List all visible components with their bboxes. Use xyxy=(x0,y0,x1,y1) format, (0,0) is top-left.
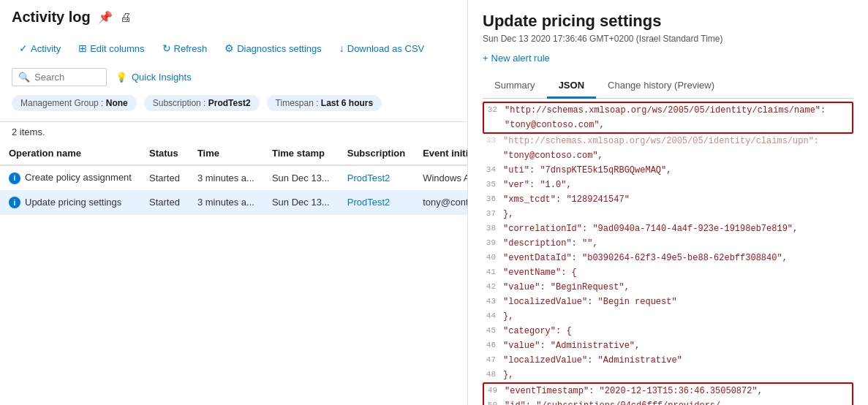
toolbar: ✓ Activity ⊞ Edit columns ↻ Refresh ⚙ Di… xyxy=(12,34,456,62)
table-header-row: Operation name Status Time Time stamp Su… xyxy=(0,142,467,165)
cell-timestamp: Sun Dec 13... xyxy=(263,165,339,190)
col-header-status: Status xyxy=(140,142,189,165)
pin-icon[interactable]: 📌 xyxy=(98,10,113,24)
col-header-time: Time xyxy=(189,142,263,165)
filter-pill-timespan[interactable]: Timespan : Last 6 hours xyxy=(267,95,382,111)
json-line: 44 }, xyxy=(483,309,853,324)
tab-change-history[interactable]: Change history (Preview) xyxy=(596,74,726,99)
line-content: }, xyxy=(503,208,853,221)
json-line: 34 "uti": "7dnspKTE5k15qRBGQweMAQ", xyxy=(483,163,853,178)
quick-insights-button[interactable]: 💡 Quick Insights xyxy=(116,72,192,83)
col-header-initiated: Event initiated by xyxy=(414,142,467,165)
line-content: "id": "/subscriptions/04cd6fff/providers… xyxy=(505,399,852,405)
table-row[interactable]: iUpdate pricing settings Started 3 minut… xyxy=(0,190,467,215)
cell-subscription: ProdTest2 xyxy=(339,165,414,190)
line-content: }, xyxy=(503,310,853,323)
header-section: Activity log 📌 🖨 ✓ Activity ⊞ Edit colum… xyxy=(0,0,467,122)
line-content: "category": { xyxy=(503,325,853,338)
tab-summary[interactable]: Summary xyxy=(483,74,547,99)
new-alert-link[interactable]: + New alert rule xyxy=(483,53,853,64)
activity-table: Operation name Status Time Time stamp Su… xyxy=(0,142,467,215)
json-line: 33 "http://schemas.xmlsoap.org/ws/2005/0… xyxy=(483,134,853,148)
cell-status: Started xyxy=(140,190,189,215)
lightbulb-icon: 💡 xyxy=(116,72,127,83)
json-line: 39 "description": "", xyxy=(483,236,853,251)
search-icon: 🔍 xyxy=(18,72,30,83)
right-panel: Update pricing settings Sun Dec 13 2020 … xyxy=(468,0,868,405)
cell-subscription: ProdTest2 xyxy=(339,190,414,215)
cell-status: Started xyxy=(140,165,189,190)
line-number: 33 xyxy=(483,135,503,147)
json-line: "tony@contoso.com", xyxy=(484,118,852,132)
line-content: "value": "Administrative", xyxy=(503,339,853,352)
detail-title: Update pricing settings xyxy=(483,12,853,31)
print-icon[interactable]: 🖨 xyxy=(120,11,132,24)
search-bar-row: 🔍 💡 Quick Insights xyxy=(12,62,456,89)
refresh-button[interactable]: ↻ Refresh xyxy=(155,39,215,58)
detail-subtitle: Sun Dec 13 2020 17:36:46 GMT+0200 (Israe… xyxy=(483,34,853,44)
info-icon: i xyxy=(9,173,20,184)
items-count: 2 items. xyxy=(0,122,467,142)
line-number: 37 xyxy=(483,208,503,220)
tab-json[interactable]: JSON xyxy=(547,74,596,99)
json-line: 49 "eventTimestamp": "2020-12-13T15:36:4… xyxy=(484,384,852,398)
download-button[interactable]: ↓ Download as CSV xyxy=(332,39,432,58)
page-title: Activity log xyxy=(12,9,91,26)
line-number: 47 xyxy=(483,354,503,366)
line-number: 44 xyxy=(483,310,503,322)
line-content: "value": "BeginRequest", xyxy=(503,281,853,294)
line-content: "correlationId": "9ad0940a-7140-4a4f-923… xyxy=(503,222,853,235)
columns-icon: ⊞ xyxy=(78,42,87,54)
activity-icon: ✓ xyxy=(19,42,28,54)
json-line: 41 "eventName": { xyxy=(483,265,853,280)
line-number: 43 xyxy=(483,295,503,308)
cell-time: 3 minutes a... xyxy=(189,165,263,190)
activity-button[interactable]: ✓ Activity xyxy=(12,39,68,58)
download-icon: ↓ xyxy=(339,42,344,54)
col-header-operation: Operation name xyxy=(0,142,140,165)
refresh-icon: ↻ xyxy=(162,42,171,54)
line-number: 48 xyxy=(483,368,503,381)
cell-initiated-by: Windows Azure Securi... xyxy=(414,165,467,190)
col-header-subscription: Subscription xyxy=(339,142,414,165)
line-number: 34 xyxy=(483,164,503,176)
json-line: 46 "value": "Administrative", xyxy=(483,338,853,353)
line-number: 39 xyxy=(483,237,503,249)
search-input[interactable] xyxy=(34,72,100,83)
left-panel: Activity log 📌 🖨 ✓ Activity ⊞ Edit colum… xyxy=(0,0,468,405)
json-line: 43 "localizedValue": "Begin request" xyxy=(483,295,853,309)
line-content: "tony@contoso.com", xyxy=(505,118,852,132)
line-content: "eventName": { xyxy=(503,266,853,279)
cell-timestamp: Sun Dec 13... xyxy=(263,190,339,215)
json-line: "tony@contoso.com", xyxy=(483,148,853,163)
line-content: "ver": "1.0", xyxy=(503,178,853,192)
diagnostics-button[interactable]: ⚙ Diagnostics settings xyxy=(217,39,329,58)
line-content: }, xyxy=(503,368,853,382)
cell-operation: iCreate policy assignment xyxy=(0,165,140,190)
line-number: 40 xyxy=(483,251,503,264)
json-viewer: 32 "http://schemas.xmlsoap.org/ws/2005/0… xyxy=(483,102,853,405)
cell-time: 3 minutes a... xyxy=(189,190,263,215)
line-content: "description": "", xyxy=(503,237,853,250)
filter-pill-management-group[interactable]: Management Group : None xyxy=(12,95,137,111)
page-title-row: Activity log 📌 🖨 xyxy=(12,9,456,26)
line-number: 41 xyxy=(483,266,503,279)
filters-row: Management Group : None Subscription : P… xyxy=(12,89,456,116)
line-content: "localizedValue": "Administrative" xyxy=(503,354,853,367)
highlight-box: 49 "eventTimestamp": "2020-12-13T15:36:4… xyxy=(483,382,853,405)
json-line: 47 "localizedValue": "Administrative" xyxy=(483,353,853,368)
line-content: "eventDataId": "b0390264-62f3-49e5-be88-… xyxy=(503,251,853,265)
search-box[interactable]: 🔍 xyxy=(12,68,107,86)
line-number: 35 xyxy=(483,178,503,191)
table-container: Operation name Status Time Time stamp Su… xyxy=(0,142,467,405)
line-content: "http://schemas.xmlsoap.org/ws/2005/05/i… xyxy=(503,135,853,148)
json-line: 36 "xms_tcdt": "1289241547" xyxy=(483,192,853,207)
json-line: 32 "http://schemas.xmlsoap.org/ws/2005/0… xyxy=(484,103,852,118)
line-number: 49 xyxy=(484,385,505,397)
json-line: 37 }, xyxy=(483,207,853,222)
edit-columns-button[interactable]: ⊞ Edit columns xyxy=(71,39,151,58)
table-row[interactable]: iCreate policy assignment Started 3 minu… xyxy=(0,165,467,190)
line-content: "tony@contoso.com", xyxy=(503,149,853,162)
json-line: 38 "correlationId": "9ad0940a-7140-4a4f-… xyxy=(483,222,853,236)
filter-pill-subscription[interactable]: Subscription : ProdTest2 xyxy=(144,95,260,111)
